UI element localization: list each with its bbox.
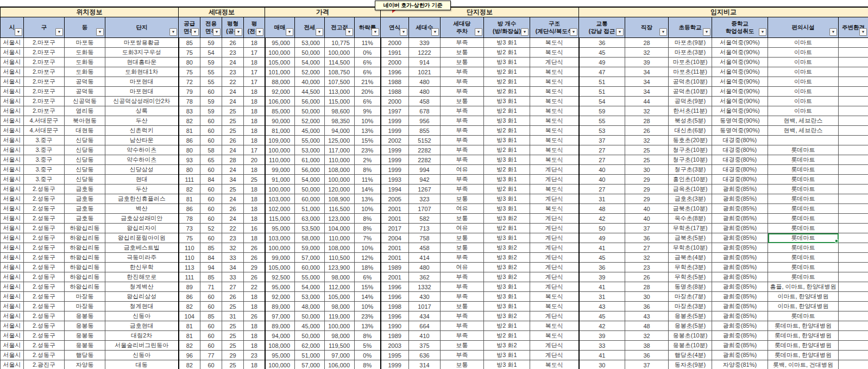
cell[interactable]: 무학초(17분): [669, 224, 712, 233]
cell[interactable]: 10%: [355, 204, 381, 214]
cell[interactable]: [839, 282, 868, 292]
cell[interactable]: 17: [244, 77, 265, 87]
cell[interactable]: 신동아: [105, 311, 179, 321]
cell[interactable]: 53,500: [295, 224, 325, 233]
cell[interactable]: 롯데마트: [768, 145, 839, 155]
cell[interactable]: 서울시: [1, 155, 24, 165]
cell[interactable]: 111: [179, 272, 200, 282]
cell[interactable]: 23: [625, 263, 669, 272]
cell[interactable]: 서울시: [1, 38, 24, 48]
cell[interactable]: 25: [625, 155, 669, 165]
cell[interactable]: 방3 화1: [484, 136, 530, 145]
cell[interactable]: 25: [222, 321, 244, 331]
cell[interactable]: 방3 화1: [484, 292, 530, 302]
cell[interactable]: 49: [579, 58, 625, 67]
cell[interactable]: 25: [222, 360, 244, 369]
cell[interactable]: 서울시: [1, 77, 24, 87]
cell[interactable]: [839, 175, 868, 184]
cell[interactable]: 37: [579, 136, 625, 145]
cell[interactable]: 60: [200, 194, 222, 204]
cell[interactable]: 11%: [355, 38, 381, 48]
cell[interactable]: 53,000: [295, 145, 325, 155]
cell[interactable]: 롯데마트: [768, 311, 839, 321]
cell[interactable]: 29: [625, 184, 669, 194]
cell[interactable]: 복도식: [530, 136, 579, 145]
cell[interactable]: 롯데마트: [768, 272, 839, 282]
cell[interactable]: 서울시: [1, 126, 24, 136]
cell[interactable]: 광희중(85%): [712, 331, 768, 341]
cell[interactable]: 57,000: [295, 253, 325, 263]
cell[interactable]: 8%: [355, 224, 381, 233]
cell[interactable]: 60: [200, 233, 222, 243]
cell[interactable]: [839, 224, 868, 233]
cell[interactable]: 480: [409, 263, 441, 272]
cell[interactable]: 광희중(85%): [712, 224, 768, 233]
cell[interactable]: 도화동: [65, 58, 105, 67]
cell[interactable]: 98,000: [325, 272, 355, 282]
cell[interactable]: 80: [179, 58, 200, 67]
cell[interactable]: 복도식: [530, 97, 579, 106]
cell[interactable]: 123,900: [325, 263, 355, 272]
cell[interactable]: 18: [244, 126, 265, 136]
cell[interactable]: 994: [409, 165, 441, 175]
cell[interactable]: 8%: [355, 165, 381, 175]
cell[interactable]: 59: [579, 106, 625, 116]
filter-dropdown-icon[interactable]: ▼: [475, 28, 482, 36]
cell[interactable]: 43: [625, 311, 669, 321]
cell[interactable]: 서울시: [1, 302, 24, 311]
cell[interactable]: 582: [409, 214, 441, 224]
cell[interactable]: 44: [625, 97, 669, 106]
cell[interactable]: 복도식: [530, 145, 579, 155]
cell[interactable]: 20%: [355, 87, 381, 97]
cell[interactable]: 60,000: [295, 263, 325, 272]
cell[interactable]: 마장초(7분): [669, 292, 712, 302]
cell[interactable]: 보통: [441, 194, 484, 204]
column-header[interactable]: 직장▼: [625, 17, 669, 38]
cell[interactable]: 45: [579, 311, 625, 321]
cell[interactable]: 이마트, 한양대병원: [768, 302, 839, 311]
cell[interactable]: 37: [625, 360, 669, 369]
cell[interactable]: [839, 184, 868, 194]
cell[interactable]: 36: [625, 233, 669, 243]
cell[interactable]: 대림2차: [105, 331, 179, 341]
cell[interactable]: 78: [179, 97, 200, 106]
cell[interactable]: 행당동: [65, 351, 105, 360]
cell[interactable]: 18: [244, 204, 265, 214]
cell[interactable]: 방3 화1: [484, 97, 530, 106]
column-header[interactable]: 초등학교▼: [669, 17, 712, 38]
cell[interactable]: [839, 351, 868, 360]
cell[interactable]: 18: [244, 136, 265, 145]
cell[interactable]: 914: [409, 58, 441, 67]
cell[interactable]: 113: [179, 263, 200, 272]
cell[interactable]: 부족: [441, 253, 484, 263]
cell[interactable]: 81: [179, 331, 200, 341]
cell[interactable]: 21%: [355, 77, 381, 87]
cell[interactable]: 41: [579, 282, 625, 292]
cell[interactable]: 106,000: [325, 360, 355, 369]
cell[interactable]: 855: [409, 126, 441, 136]
cell[interactable]: 2.마포구: [24, 48, 65, 58]
cell[interactable]: 롯데마트: [768, 175, 839, 184]
cell[interactable]: 51,000: [295, 351, 325, 360]
cell[interactable]: 부족: [441, 87, 484, 97]
cell[interactable]: 이마트: [768, 87, 839, 97]
cell[interactable]: 18%: [355, 263, 381, 272]
column-header[interactable]: 단지▼: [105, 17, 179, 38]
cell[interactable]: 339: [409, 38, 441, 48]
column-header[interactable]: 세대당주차▼: [441, 17, 484, 38]
cell[interactable]: 89: [179, 282, 200, 292]
cell[interactable]: 32: [625, 253, 669, 263]
cell[interactable]: 98,000: [325, 302, 355, 311]
cell[interactable]: 공덕동: [65, 87, 105, 97]
cell[interactable]: 서울시: [1, 360, 24, 369]
cell[interactable]: 26: [222, 136, 244, 145]
cell[interactable]: 25: [222, 184, 244, 194]
cell[interactable]: 32: [625, 331, 669, 341]
cell[interactable]: 111: [179, 175, 200, 184]
cell[interactable]: [839, 38, 868, 48]
cell[interactable]: 8%: [355, 360, 381, 369]
cell[interactable]: 713: [409, 224, 441, 233]
cell[interactable]: 롯데마트: [768, 263, 839, 272]
cell[interactable]: 18: [244, 321, 265, 331]
cell[interactable]: 신당동: [65, 155, 105, 165]
